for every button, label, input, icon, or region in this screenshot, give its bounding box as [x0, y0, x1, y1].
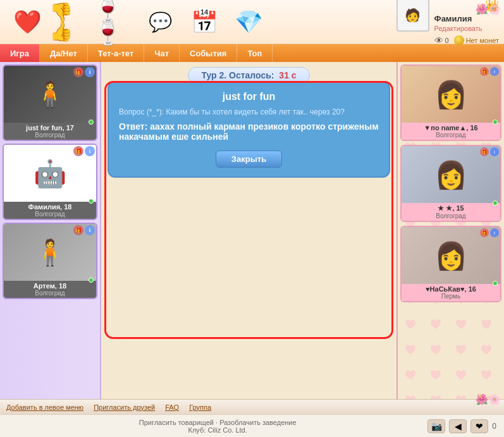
- right-users-column: 🌸 🌺 🌸 🌺 👩 ▼по name▲, 16 Волгоград 🎁 i 👩: [396, 62, 504, 399]
- gift-button-2[interactable]: 🎁: [73, 225, 83, 235]
- tab-chat[interactable]: Чат: [144, 44, 180, 62]
- bottom-navigation: Добавить в левое меню Пригласить друзей …: [0, 399, 504, 414]
- right-user-card-0: 👩 ▼по name▲, 16 Волгоград 🎁 i: [400, 65, 501, 141]
- gift-button-0[interactable]: 🎁: [73, 67, 83, 77]
- user-name-1: Фамилия, 18: [6, 203, 94, 211]
- nav-icon-chat[interactable]: 💬: [138, 3, 182, 41]
- nav-icon-crystal[interactable]: 💎: [226, 3, 271, 41]
- popup-close-button[interactable]: Закрыть: [216, 151, 282, 168]
- nav-icon-heart[interactable]: ❤️: [5, 3, 49, 41]
- right-user-city-1: Волгоград: [404, 212, 498, 219]
- status-count: 0: [492, 422, 496, 431]
- eye-icon: 👁: [434, 35, 443, 46]
- left-user-card-0: 🧍 just for fun, 17 Волгоград i 🎁: [3, 65, 97, 141]
- right-user-card-2: 👩 ♥НаСьКав♥, 16 Пермь 🎁 i: [400, 226, 501, 302]
- nav-icon-wine[interactable]: 🍷🍷: [94, 3, 138, 41]
- tab-danet[interactable]: Да/Нет: [40, 44, 88, 62]
- right-info-button-1[interactable]: i: [490, 147, 499, 156]
- bottom-nav-link-1[interactable]: Пригласить друзей: [94, 403, 155, 411]
- flower-decoration: 🌸: [488, 3, 501, 15]
- profile-stats: 👁 0 Нет монет: [434, 35, 499, 46]
- flower-decoration-2: 🌺: [476, 3, 488, 15]
- coin-icon: [454, 35, 464, 46]
- right-online-0: [493, 120, 498, 125]
- calendar-number: 14: [199, 8, 209, 16]
- main-content: 🧍 just for fun, 17 Волгоград i 🎁 🤖 Фамил…: [0, 62, 504, 399]
- nav-icon-thumbs[interactable]: 👎👍: [49, 3, 94, 41]
- profile-edit-link[interactable]: Редактировать: [434, 25, 499, 32]
- popup-overlay: just for fun Вопрос (*_*): Каким бы ты х…: [108, 81, 390, 178]
- bottom-nav-link-0[interactable]: Добавить в левое меню: [6, 403, 83, 411]
- right-user-name-0: ▼по name▲, 16: [404, 124, 498, 132]
- user-name-0: just for fun, 17: [6, 124, 94, 132]
- tab-top[interactable]: Топ: [237, 44, 273, 62]
- heart-icon-button[interactable]: ❤: [470, 419, 488, 433]
- popup-answer: Ответ: аахах полный карман презиков коро…: [119, 121, 379, 142]
- user-city-1: Волгоград: [6, 211, 94, 218]
- left-user-card-1: 🤖 Фамилия, 18 Волгоград i 🎁: [3, 144, 97, 220]
- info-button-2[interactable]: i: [85, 225, 95, 235]
- camera-icon-button[interactable]: 📷: [427, 419, 445, 433]
- coin-display: Нет монет: [454, 35, 499, 46]
- view-count: 👁 0: [434, 35, 449, 46]
- status-bar: Пригласить товарищей · Разоблачить завед…: [0, 414, 504, 437]
- gift-button-1[interactable]: 🎁: [73, 146, 83, 156]
- right-user-city-0: Волгоград: [404, 132, 498, 138]
- tab-tetatет[interactable]: Тет-а-тет: [88, 44, 144, 62]
- flower-decoration-4: 🌺: [476, 393, 488, 405]
- bottom-nav-link-3[interactable]: Группа: [189, 403, 211, 411]
- info-button-0[interactable]: i: [85, 67, 95, 77]
- online-indicator-2: [89, 278, 94, 283]
- bottom-nav-link-2[interactable]: FAQ: [165, 403, 179, 411]
- tab-igra[interactable]: Игра: [0, 44, 40, 62]
- right-user-name-1: ★ ★, 15: [404, 204, 498, 212]
- popup-question: Вопрос (*_*): Каким бы ты хотел видеть с…: [119, 108, 379, 116]
- info-button-1[interactable]: i: [85, 146, 95, 156]
- user-name-2: Артем, 18: [6, 282, 94, 290]
- popup-title: just for fun: [119, 91, 379, 102]
- status-text: Пригласить товарищей · Разоблачить завед…: [8, 419, 427, 434]
- user-city-0: Волгоград: [6, 132, 94, 138]
- right-gift-button-2[interactable]: 🎁: [480, 228, 489, 237]
- right-info-button-0[interactable]: i: [490, 67, 499, 76]
- right-online-1: [493, 200, 498, 206]
- right-gift-button-1[interactable]: 🎁: [480, 147, 489, 156]
- right-user-card-1: 👩 ★ ★, 15 Волгоград 🎁 i: [400, 145, 501, 222]
- left-user-card-2: 🧍 Артем, 18 Волгоград i 🎁: [3, 223, 97, 299]
- center-column: Тур 2. Осталось: 31 с just for fun Вопро…: [101, 62, 396, 399]
- nav-icon-calendar[interactable]: 📅 14: [182, 3, 226, 41]
- right-user-name-2: ♥НаСьКав♥, 16: [404, 285, 498, 293]
- right-online-2: [493, 281, 498, 286]
- back-icon-button[interactable]: ◀: [449, 419, 467, 433]
- app-header: ❤️ 👎👍 🍷🍷 💬 📅 14 💎 🧑 👑 Фамилия Редактиров…: [0, 0, 504, 44]
- left-users-column: 🧍 just for fun, 17 Волгоград i 🎁 🤖 Фамил…: [0, 62, 101, 399]
- online-indicator-1: [89, 199, 94, 204]
- nav-tabs: Игра Да/Нет Тет-а-тет Чат События Топ: [0, 44, 504, 62]
- status-icons: 📷 ◀ ❤ 0: [427, 419, 496, 433]
- profile-avatar: 🧑: [396, 0, 429, 32]
- right-gift-button-0[interactable]: 🎁: [480, 67, 489, 76]
- right-info-button-2[interactable]: i: [490, 228, 499, 237]
- online-indicator-0: [89, 120, 94, 125]
- user-city-2: Волгоград: [6, 290, 94, 297]
- right-user-city-2: Пермь: [404, 293, 498, 300]
- tab-events[interactable]: События: [180, 44, 237, 62]
- flower-decoration-3: 🌸: [488, 393, 501, 405]
